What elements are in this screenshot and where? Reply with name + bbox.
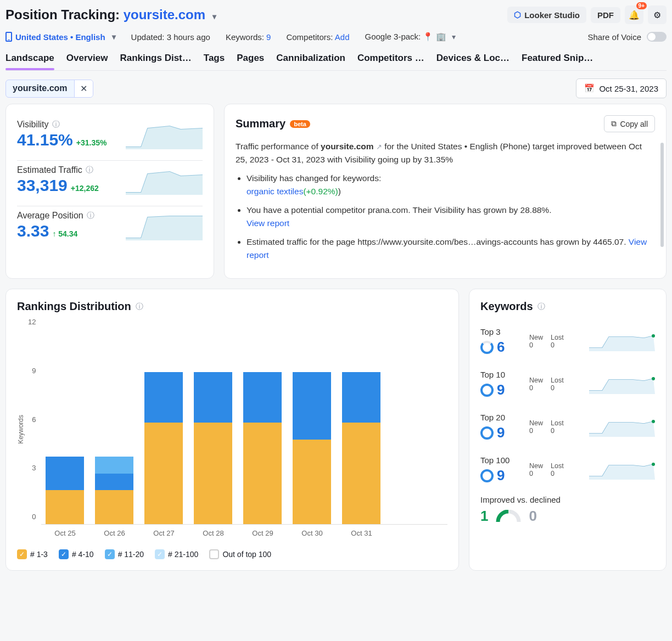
- sov-label: Share of Voice: [587, 32, 641, 42]
- legend-item-21-100[interactable]: ✓# 21-100: [155, 549, 198, 559]
- tab-tags[interactable]: Tags: [204, 48, 225, 70]
- kw-sparkline: [589, 417, 655, 437]
- google-3pack[interactable]: Google 3-pack: 📍 🏢 ▾: [365, 32, 456, 42]
- info-icon[interactable]: ⓘ: [537, 302, 545, 312]
- pdf-button[interactable]: PDF: [591, 7, 620, 23]
- keyword-block: Top 10 9 New0 Lost0: [480, 364, 655, 407]
- bar-col[interactable]: [293, 372, 331, 524]
- checkbox-icon: ✓: [17, 549, 27, 559]
- looker-studio-button[interactable]: ⬡ Looker Studio: [507, 7, 586, 23]
- copy-all-button[interactable]: ⧉ Copy all: [604, 115, 655, 132]
- scrollbar[interactable]: [660, 143, 664, 247]
- bar-col[interactable]: [46, 457, 84, 524]
- traffic-value: 33,319: [17, 176, 68, 194]
- tab-pages[interactable]: Pages: [237, 48, 264, 70]
- info-icon[interactable]: ⓘ: [86, 165, 93, 175]
- keywords-count[interactable]: 9: [266, 32, 271, 42]
- chevron-down-icon[interactable]: ▾: [212, 12, 216, 21]
- keyword-block: Top 100 9 New0 Lost0: [480, 450, 655, 493]
- x-label: Oct 30: [293, 529, 331, 537]
- bar-col[interactable]: [342, 372, 380, 525]
- locale-selector[interactable]: United States • English ▾: [5, 32, 116, 42]
- legend-item-4-10[interactable]: ✓# 4-10: [59, 549, 94, 559]
- bar-segment: [46, 457, 84, 491]
- tab-devices[interactable]: Devices & Loc…: [436, 48, 509, 70]
- summary-bullet-2a: You have a potential competitor: [247, 205, 368, 215]
- visibility-sparkline: [126, 121, 203, 149]
- bar-segment: [95, 474, 133, 491]
- info-icon[interactable]: ⓘ: [136, 302, 143, 312]
- legend-label: # 4-10: [72, 550, 94, 559]
- y-axis: 129630: [28, 318, 41, 521]
- sov-toggle[interactable]: [647, 32, 667, 42]
- bar-col[interactable]: [194, 372, 232, 525]
- page-title-domain[interactable]: yoursite.com: [124, 7, 205, 22]
- info-icon[interactable]: ⓘ: [87, 211, 94, 221]
- bar-segment: [194, 423, 232, 524]
- bar-segment: [243, 423, 282, 524]
- bar-segment: [95, 457, 133, 474]
- legend-item-1-3[interactable]: ✓# 1-3: [17, 549, 48, 559]
- competitor-name: prana.com: [368, 205, 408, 215]
- info-icon[interactable]: ⓘ: [52, 120, 60, 130]
- settings-button[interactable]: ⚙: [648, 5, 667, 24]
- bar-col[interactable]: [144, 372, 183, 525]
- building-icon: 🏢: [436, 32, 446, 41]
- legend-label: # 21-100: [168, 550, 198, 559]
- competitors-stat: Competitors: Add: [286, 32, 349, 42]
- new-lost: New0 Lost0: [529, 462, 564, 477]
- chip-remove[interactable]: ✕: [74, 80, 93, 97]
- keywords-stat: Keywords: 9: [226, 32, 271, 42]
- y-axis-label: Keywords: [17, 415, 25, 444]
- locale-text: United States • English: [15, 32, 105, 42]
- keyword-link[interactable]: organic textiles: [247, 187, 303, 196]
- visibility-pct: %: [58, 131, 73, 149]
- view-report-link[interactable]: View report: [247, 218, 289, 228]
- x-label: Oct 27: [144, 529, 183, 537]
- external-link-icon[interactable]: ↗: [376, 143, 382, 151]
- tab-overview[interactable]: Overview: [66, 48, 108, 70]
- summary-body: Traffic performance of yoursite.com ↗ fo…: [236, 140, 655, 262]
- chart-legend: ✓# 1-3 ✓# 4-10 ✓# 11-20 ✓# 21-100 Out of…: [17, 549, 447, 559]
- bar-col[interactable]: [243, 372, 282, 525]
- competitors-add-link[interactable]: Add: [335, 32, 350, 42]
- summary-bullet-3: Estimated traffic for the page https://w…: [247, 237, 629, 246]
- tab-featured[interactable]: Featured Snip…: [522, 48, 593, 70]
- keyword-block: Top 20 9 New0 Lost0: [480, 407, 655, 450]
- x-label: Oct 25: [46, 529, 84, 537]
- metrics-card: Visibility ⓘ 41.15%+31.35% Estimated Tra…: [5, 104, 214, 279]
- tab-rankings-dist[interactable]: Rankings Dist…: [120, 48, 191, 70]
- avgpos-delta: ↑ 54.34: [52, 229, 77, 238]
- competitors-label: Competitors:: [286, 32, 333, 42]
- looker-icon: ⬡: [514, 10, 521, 20]
- paren: ): [338, 187, 341, 196]
- svg-point-2: [652, 420, 655, 423]
- bar-segment: [342, 372, 380, 423]
- tab-competitors[interactable]: Competitors …: [357, 48, 424, 70]
- legend-item-out-100[interactable]: Out of top 100: [209, 549, 271, 559]
- notifications-button[interactable]: 🔔 9+: [625, 5, 643, 24]
- bar-col[interactable]: [95, 457, 133, 524]
- legend-item-11-20[interactable]: ✓# 11-20: [105, 549, 144, 559]
- svg-point-0: [652, 334, 655, 338]
- bar-segment: [293, 440, 331, 524]
- summary-bullet-2c: . Their Visibility has grown by 28.88%.: [408, 205, 551, 215]
- tab-landscape[interactable]: Landscape: [5, 48, 54, 70]
- summary-domain: yoursite.com: [321, 142, 373, 151]
- checkbox-icon: ✓: [155, 549, 165, 559]
- phone-icon: [5, 32, 12, 42]
- x-label: Oct 29: [243, 529, 282, 537]
- tab-cannibalization[interactable]: Cannibalization: [276, 48, 345, 70]
- ring-icon: [480, 469, 494, 482]
- date-range-button[interactable]: 📅 Oct 25-31, 2023: [576, 78, 667, 98]
- gauge-icon: [496, 510, 521, 523]
- new-lost: New0 Lost0: [529, 376, 564, 392]
- bar-segment: [95, 490, 133, 524]
- legend-label: Out of top 100: [222, 550, 271, 559]
- domain-chip: yoursite.com ✕: [5, 80, 93, 98]
- chevron-down-icon: ▾: [452, 32, 456, 41]
- bar-chart: [41, 322, 447, 525]
- visibility-value: 41.15: [17, 131, 58, 149]
- gear-icon: ⚙: [653, 10, 661, 20]
- bar-segment: [144, 423, 183, 524]
